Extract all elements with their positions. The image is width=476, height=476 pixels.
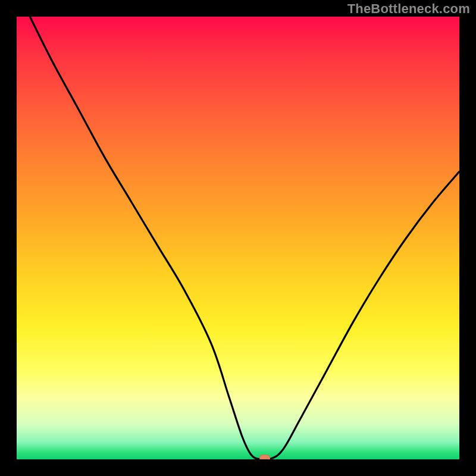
plot-area <box>17 17 459 459</box>
chart-frame: TheBottleneck.com <box>0 0 476 476</box>
bottleneck-curve <box>17 17 459 459</box>
watermark-text: TheBottleneck.com <box>347 1 470 17</box>
optimum-marker <box>259 455 270 459</box>
